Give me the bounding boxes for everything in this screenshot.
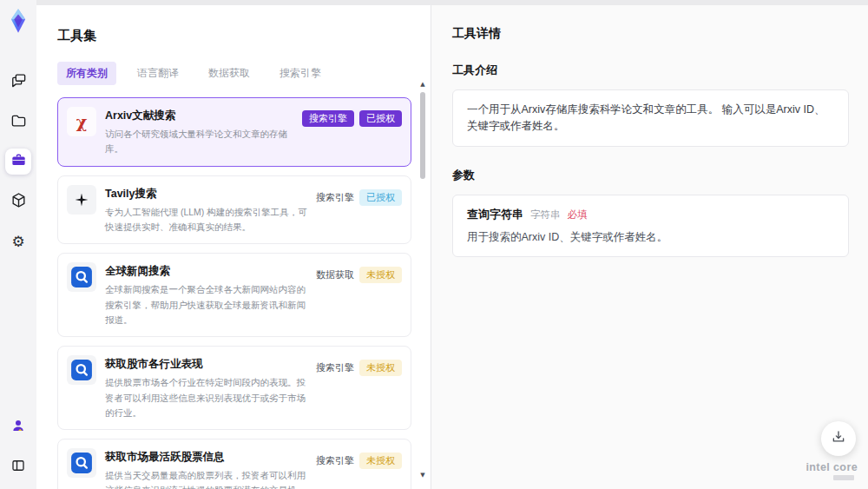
param-required-flag: 必填 (568, 208, 588, 221)
tool-description: 全球新闻搜索是一个聚合全球各大新闻网站内容的搜索引擎，帮助用户快速获取全球最新资… (105, 282, 309, 327)
sidebar-item-tools[interactable] (5, 149, 31, 175)
left-rail: ⚙ (0, 0, 36, 489)
tab-language-translation[interactable]: 语言翻译 (128, 62, 187, 85)
status-badge: 已授权 (359, 110, 402, 127)
parameter-card: 查询字符串 字符串 必填 用于搜索的Arxiv ID、关键字或作者姓名。 (452, 195, 849, 257)
user-avatar-icon (10, 418, 26, 437)
category-tabs: 所有类别 语言翻译 数据获取 搜索引擎 (57, 62, 431, 85)
toolbox-icon (10, 152, 27, 172)
app-logo-icon (5, 8, 31, 34)
tool-name: Tavily搜索 (105, 187, 309, 202)
category-label: 搜索引擎 (316, 188, 354, 207)
gear-icon: ⚙ (11, 235, 24, 249)
tool-name: 获取市场最活跃股票信息 (105, 450, 309, 465)
tool-description: 提供股票市场各个行业在特定时间段内的表现。投资者可以利用这些信息来识别表现优于或… (105, 375, 309, 420)
tool-list-item-sector-performance[interactable]: 获取股市各行业表现 提供股票市场各个行业在特定时间段内的表现。投资者可以利用这些… (57, 346, 411, 430)
tool-list-item-most-active-stocks[interactable]: 获取市场最活跃股票信息 提供当天交易量最高的股票列表，投资者可以利用这些信息来识… (57, 439, 411, 489)
tool-description: 提供当天交易量最高的股票列表，投资者可以利用这些信息来识别流动性强的股票和潜在的… (105, 468, 309, 489)
chat-icon (10, 72, 27, 92)
category-label: 搜索引擎 (316, 452, 354, 470)
brand-sub-mark (833, 475, 854, 480)
sidebar-item-packages[interactable] (5, 188, 31, 215)
panel-toggle-icon (10, 458, 26, 477)
category-badge: 搜索引擎 (302, 110, 354, 127)
app-window: ⚙ (0, 0, 868, 489)
intel-core-logo: intel core (806, 461, 858, 480)
news-search-logo-icon (67, 355, 96, 385)
scroll-down-icon[interactable]: ▼ (420, 472, 424, 479)
tool-name: 获取股市各行业表现 (105, 357, 309, 372)
params-heading: 参数 (452, 168, 849, 183)
param-name: 查询字符串 (467, 207, 523, 222)
category-label: 搜索引擎 (316, 359, 354, 377)
status-badge: 未授权 (359, 360, 402, 376)
sidebar-item-settings[interactable]: ⚙ (5, 228, 31, 254)
list-scrollbar[interactable]: ▲ ▼ (418, 82, 428, 479)
tools-list-panel: 工具集 所有类别 语言翻译 数据获取 搜索引擎 χ Arxiv文献搜索 访问各个… (36, 5, 431, 489)
tool-list-item-tavily[interactable]: Tavily搜索 专为人工智能代理 (LLM) 构建的搜索引擎工具，可快速提供实… (57, 175, 411, 245)
tab-data-fetch[interactable]: 数据获取 (200, 62, 259, 85)
page-title: 工具集 (57, 28, 431, 44)
news-search-logo-icon (67, 262, 96, 292)
arxiv-logo-icon: χ (67, 107, 96, 136)
sidebar-item-files[interactable] (5, 109, 31, 135)
cube-icon (10, 192, 27, 212)
news-search-logo-icon (67, 448, 96, 478)
param-type: 字符串 (530, 208, 561, 221)
tool-name: Arxiv文献搜索 (105, 109, 295, 123)
tool-list-item-global-news[interactable]: 全球新闻搜索 全球新闻搜索是一个聚合全球各大新闻网站内容的搜索引擎，帮助用户快速… (57, 253, 411, 337)
tool-detail-panel: 工具详情 工具介绍 一个用于从Arxiv存储库搜索科学论文和文章的工具。 输入可… (431, 5, 868, 489)
brand-text: intel core (806, 461, 858, 473)
tool-description: 访问各个研究领域大量科学论文和文章的存储库。 (105, 127, 295, 157)
sidebar-collapse-button[interactable] (5, 454, 31, 480)
tool-list: χ Arxiv文献搜索 访问各个研究领域大量科学论文和文章的存储库。 搜索引擎 … (57, 97, 431, 489)
scrollbar-thumb[interactable] (420, 92, 425, 179)
detail-panel-title: 工具详情 (452, 26, 849, 42)
tool-list-item-arxiv[interactable]: χ Arxiv文献搜索 访问各个研究领域大量科学论文和文章的存储库。 搜索引擎 … (57, 97, 411, 167)
download-icon (831, 429, 846, 448)
intro-heading: 工具介绍 (452, 63, 849, 78)
folder-icon (10, 112, 27, 132)
status-badge: 未授权 (359, 267, 402, 283)
status-badge: 已授权 (359, 189, 402, 206)
tool-intro-text: 一个用于从Arxiv存储库搜索科学论文和文章的工具。 输入可以是Arxiv ID… (452, 89, 849, 147)
tool-description: 专为人工智能代理 (LLM) 构建的搜索引擎工具，可快速提供实时、准确和真实的结… (105, 205, 309, 235)
category-label: 数据获取 (316, 266, 354, 284)
four-point-star-icon (67, 185, 96, 215)
tab-search-engine[interactable]: 搜索引擎 (271, 62, 330, 85)
download-button[interactable] (821, 421, 856, 456)
scroll-up-icon[interactable]: ▲ (420, 82, 424, 88)
param-description: 用于搜索的Arxiv ID、关键字或作者姓名。 (467, 230, 834, 245)
sidebar-item-account[interactable] (5, 414, 31, 440)
sidebar-item-chat[interactable] (5, 69, 31, 95)
tab-all-categories[interactable]: 所有类别 (57, 62, 116, 85)
tool-name: 全球新闻搜索 (105, 264, 309, 279)
status-badge: 未授权 (359, 453, 402, 469)
